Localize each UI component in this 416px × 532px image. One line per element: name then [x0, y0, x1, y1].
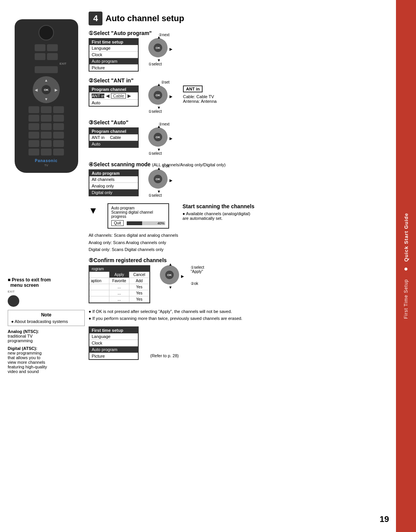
remote-btn: [29, 106, 39, 113]
step4-menu-header: Auto program: [89, 170, 138, 176]
digital-atsc-desc: new programmingthat allows you toview mo…: [8, 351, 85, 374]
confirm-row3: ... Yes: [89, 296, 149, 303]
step2-section: ②Select "ANT in" Program channel ANT in …: [89, 77, 389, 114]
confirm-cancel-btn: Cancel: [129, 272, 149, 278]
step3-title: ③Select "Auto": [89, 119, 389, 125]
confirm-row2-name: [89, 290, 109, 296]
down-arrow: ▼: [157, 105, 161, 110]
scan-progress-row: Quit 40%: [111, 220, 165, 226]
remote-ok-btn: OK: [42, 85, 51, 94]
remote-btn: [41, 149, 52, 156]
remote-btn: [29, 132, 39, 139]
step1-ok-diagram: OK ▲ ▼ ▶: [148, 38, 169, 59]
note-title: Note: [11, 312, 81, 318]
step4-ok-annotation: ②ok: [162, 164, 169, 168]
analog-ntsc-title: Analog (NTSC):: [8, 329, 85, 334]
step2-ok-diagram: OK ▲ ▼ ▶: [148, 85, 169, 107]
note-bullet: About broadcasting systems: [11, 319, 81, 324]
remote-btn: [35, 53, 45, 60]
remote-btn-wide: [35, 66, 58, 73]
final-menu-section: First time setup Language Clock Auto pro…: [89, 326, 389, 360]
confirm-row3-favorite: ...: [109, 296, 129, 302]
sidebar-subtitle: First Time Setup: [403, 279, 409, 319]
step4-title: ④Select scanning mode (ALL channels/Anal…: [89, 161, 389, 167]
step5-title: ⑤Confirm registered channels: [89, 257, 389, 263]
scan-progress-bar: 40%: [127, 221, 165, 225]
ok-inner-sm2: OK: [154, 133, 162, 141]
remote-control: EXIT OK ▲ ▼ ◀ ▶: [8, 19, 85, 173]
page-number: 19: [380, 514, 389, 524]
step1-title: ①Select "Auto program": [89, 30, 389, 36]
ok-outer-sm2: OK: [148, 127, 168, 147]
confirm-add-header: Add: [129, 278, 149, 284]
remote-btn: [53, 149, 64, 156]
step4-section: ④Select scanning mode (ALL channels/Anal…: [89, 161, 389, 197]
menu-item-clock: Clock: [89, 52, 138, 58]
ok-inner-sm: OK: [154, 91, 162, 99]
remote-btn: [41, 123, 52, 130]
right-arrow: ▶: [169, 94, 173, 98]
down-arrow: ▼: [157, 189, 161, 194]
nav-right-arrow: ▶: [55, 88, 58, 92]
menu-item-picture: Picture: [89, 65, 138, 71]
confirm-caption: aption: [89, 278, 109, 284]
scan-line3: progress: [111, 214, 165, 219]
scan-percent: 40%: [158, 221, 164, 225]
confirm-header: rogram: [89, 266, 149, 272]
step3-diagram: ②next OK ▲ ▼ ▶ ①select: [148, 127, 169, 156]
remote-btn: [35, 44, 45, 51]
right-arrow: ▶: [169, 47, 173, 51]
step2-diagram: ②set OK ▲ ▼ ▶ ①select: [148, 85, 169, 114]
confirm-row2-favorite: ...: [109, 290, 129, 296]
ok-outer-sm3: OK: [148, 169, 168, 189]
sidebar-title: Quick Start Guide: [403, 213, 409, 262]
confirm-apply-btn: Apply: [109, 272, 129, 278]
remote-btn: [53, 132, 64, 139]
remote-brand: Panasonic: [18, 159, 74, 163]
nav-down-arrow: ▼: [44, 97, 48, 101]
final-menu-header: First time setup: [89, 327, 138, 333]
press-exit-section: ■ Press to exit from menu screen EXIT No…: [8, 277, 85, 374]
scan-line2: Scanning digital channel: [111, 210, 165, 214]
step1-row: First time setup Language Clock Auto pro…: [89, 38, 389, 72]
scan-progress-box: Auto program Scanning digital channel pr…: [107, 203, 169, 229]
confirm-row2: ... Yes: [89, 290, 149, 296]
menu-item-analog-only: Analog only: [89, 183, 138, 189]
step3-auto: Auto: [89, 141, 138, 147]
scanning-content: Auto program Scanning digital channel pr…: [107, 203, 169, 229]
remote-btn: [41, 140, 52, 147]
menu-item-all-channels: All channels: [89, 176, 138, 183]
arrow-left: ◀: [106, 93, 109, 99]
remote-tv-label: TV: [18, 164, 74, 167]
cable-info: Cable: Cable TVAntenna: Antenna: [183, 94, 216, 104]
note-box: Note About broadcasting systems: [8, 310, 85, 326]
title-row: 4 Auto channel setup: [89, 12, 389, 25]
confirm-apply-row: Apply Cancel: [89, 272, 149, 278]
step1-menu: First time setup Language Clock Auto pro…: [89, 38, 139, 72]
ant-in-box: ANT in: [183, 85, 203, 92]
step2-ant-info: ANT in Cable: Cable TVAntenna: Antenna: [183, 85, 216, 104]
step2-select-annotation: ①select: [148, 109, 169, 114]
step5-note2: ● If you perform scanning more than twic…: [89, 316, 389, 321]
step2-ant-row: ANT in ◀ Cable ▶: [89, 92, 138, 100]
final-menu-picture: Picture: [89, 353, 138, 359]
scanning-section: ▼ Auto program Scanning digital channel …: [89, 203, 389, 229]
step4-ok-diagram: OK ▲ ▼ ▶: [148, 169, 169, 191]
all-channels-desc: All channels: Scans digital and analog c…: [89, 232, 389, 239]
remote-btn: [53, 140, 64, 147]
step3-menu: Program channel ANT in Cable Auto: [89, 127, 139, 148]
step2-menu-header: Program channel: [89, 86, 138, 92]
scan-line1: Auto program: [111, 206, 165, 210]
down-arrow: ▼: [169, 285, 173, 289]
exit-button-icon: [8, 295, 19, 307]
remote-btn: [53, 123, 64, 130]
up-arrow: ▲: [157, 82, 161, 87]
down-arrow: ▼: [157, 147, 161, 152]
remote-top-circle: [39, 25, 54, 40]
step5-annotations: ①select"Apply" ②ok: [191, 265, 204, 286]
step4-title-main: ④Select scanning mode: [89, 161, 151, 167]
exit-label: EXIT: [8, 290, 85, 293]
remote-btn: [47, 44, 58, 51]
step3-ok-diagram: OK ▲ ▼ ▶: [148, 127, 169, 149]
confirm-row1-name: [89, 284, 109, 290]
